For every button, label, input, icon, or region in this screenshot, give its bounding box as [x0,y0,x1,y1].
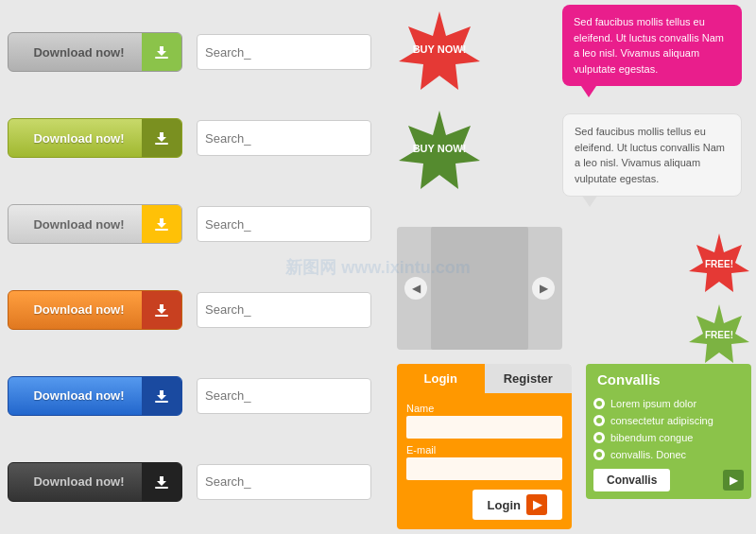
download-btn-5-label: Download now! [9,388,142,403]
download-buttons-column: Download now! Download now! Download now… [0,0,189,534]
login-button-label: Login [488,498,521,512]
login-tab-inactive[interactable]: Register [485,364,573,393]
slider-next-button[interactable]: ▶ [532,277,555,300]
download-btn-5-icon [142,376,181,416]
free-badge-green[interactable]: FREE! [687,302,751,370]
search-input-5[interactable] [198,388,371,403]
svg-text:FREE!: FREE! [705,330,733,340]
login-form: Name E-mail Login ▶ [397,393,572,529]
buy-now-badge-2[interactable]: BUY NOW! [397,109,482,198]
search-input-2[interactable] [198,131,371,146]
download-btn-2-label: Download now! [9,131,142,146]
search-input-4[interactable] [198,302,371,317]
search-box-2 [197,120,371,156]
convallis-item-3: bibendum congue [593,429,744,446]
speech-bubble-pink: Sed faucibus mollis tellus eu eleifend. … [562,5,742,86]
svg-rect-2 [155,229,168,231]
download-btn-3-label: Download now! [9,217,142,232]
buy-now-badge-1[interactable]: BUY NOW! [397,9,482,98]
svg-rect-5 [155,487,168,489]
login-tab-active[interactable]: Login [397,364,485,393]
search-box-1 [197,34,371,70]
convallis-list: Lorem ipsum dolor consectetur adipiscing… [586,395,751,463]
convallis-footer: Convallis ▶ [586,463,751,491]
convallis-item-3-text: bibendum congue [610,432,693,443]
download-btn-3[interactable]: Download now! [8,204,182,244]
download-btn-1-label: Download now! [9,45,142,60]
speech-pink-text: Sed faucibus mollis tellus eu eleifend. … [574,16,724,75]
download-btn-1[interactable]: Download now! [8,32,182,72]
convallis-button[interactable]: Convallis [593,469,670,491]
search-box-6 [197,464,371,500]
search-input-1[interactable] [198,45,371,60]
speech-gray-text: Sed faucibus mollis tellus eu eleifend. … [575,126,725,184]
download-btn-2[interactable]: Download now! [8,118,182,158]
download-btn-4-icon [142,290,181,330]
convallis-title: Convallis [586,364,751,395]
svg-rect-3 [155,315,168,317]
search-input-6[interactable] [198,474,371,489]
convallis-item-4-text: convallis. Donec [610,449,686,460]
svg-rect-1 [155,143,168,145]
svg-text:BUY NOW!: BUY NOW! [413,43,467,55]
slider-prev-button[interactable]: ◀ [404,277,427,300]
download-btn-4-label: Download now! [9,302,142,317]
speech-bubble-gray: Sed faucibus mollis tellus eu eleifend. … [562,113,742,197]
convallis-item-2-text: consectetur adipiscing [610,415,713,426]
download-btn-3-icon [142,204,181,244]
convallis-widget: Convallis Lorem ipsum dolor consectetur … [586,364,751,499]
login-email-label: E-mail [406,444,562,456]
free-badge-red[interactable]: FREE! [687,232,751,300]
convallis-dot-3 [593,432,605,443]
download-btn-4[interactable]: Download now! [8,290,182,330]
convallis-item-1: Lorem ipsum dolor [593,395,744,412]
login-submit-area: Login ▶ [406,490,562,520]
download-btn-1-icon [142,32,181,72]
login-email-input[interactable] [406,457,562,480]
convallis-dot-4 [593,449,605,460]
right-column: BUY NOW! BUY NOW! Sed faucibus mollis te… [378,0,756,534]
login-button[interactable]: Login ▶ [472,490,562,520]
convallis-item-1-text: Lorem ipsum dolor [610,398,696,409]
svg-rect-4 [155,401,168,403]
convallis-arrow-icon: ▶ [723,470,744,491]
search-boxes-column [189,0,378,534]
search-box-3 [197,206,371,242]
svg-rect-0 [155,57,168,59]
svg-text:BUY NOW!: BUY NOW! [413,143,467,154]
download-btn-6[interactable]: Download now! [8,462,182,502]
download-btn-6-label: Download now! [9,474,142,489]
convallis-dot-1 [593,398,605,409]
login-name-label: Name [406,403,562,414]
image-slider: ◀ ▶ [397,227,562,350]
convallis-dot-2 [593,415,605,426]
search-box-4 [197,292,371,328]
slider-image-area [431,227,528,350]
svg-text:FREE!: FREE! [705,259,733,269]
convallis-item-2: consectetur adipiscing [593,412,744,429]
login-name-input[interactable] [406,416,562,439]
search-box-5 [197,378,371,414]
login-tabs: Login Register [397,364,572,393]
download-btn-5[interactable]: Download now! [8,376,182,416]
login-button-arrow-icon: ▶ [526,494,547,515]
search-input-3[interactable] [198,217,371,232]
convallis-item-4: convallis. Donec [593,446,744,463]
login-widget: Login Register Name E-mail Login ▶ [397,364,572,529]
download-btn-2-icon [142,118,181,158]
download-btn-6-icon [142,462,181,502]
